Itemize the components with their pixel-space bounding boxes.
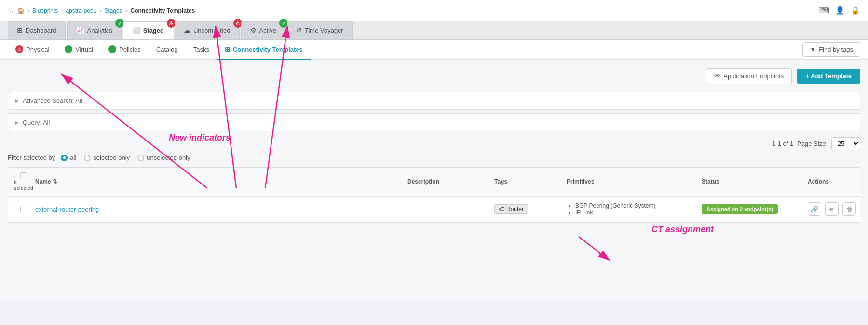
radio-selected-only[interactable]: selected only xyxy=(84,154,130,161)
delete-button[interactable]: 🗑 xyxy=(842,202,856,216)
table-header: 0 selected Name ⇅ Description Tags Primi… xyxy=(8,168,860,197)
th-name: Name ⇅ xyxy=(29,168,402,196)
filter-selected-label: Filter selected by xyxy=(8,154,55,161)
td-name[interactable]: external-router-peering xyxy=(29,197,402,222)
breadcrumb-pod[interactable]: apstra-pod1 xyxy=(66,7,96,14)
radio-all-label: all xyxy=(70,154,76,161)
tab-dashboard-label: Dashboard xyxy=(26,27,56,34)
radio-unselected-only[interactable]: unselected only xyxy=(137,154,190,161)
subtab-virtual[interactable]: Virtual xyxy=(57,40,101,60)
th-actions-label: Actions xyxy=(808,178,829,185)
subtab-catalog[interactable]: Catalog xyxy=(149,40,186,60)
page-size-label: Page Size: xyxy=(797,140,827,147)
virtual-badge xyxy=(65,45,72,53)
tab-active[interactable]: ⚙ Active ✓ xyxy=(241,21,285,39)
radio-all-circle xyxy=(61,155,68,161)
breadcrumb-blueprints[interactable]: Blueprints xyxy=(32,7,58,14)
top-bar-right: ⌨ 👤 🔒 xyxy=(818,6,860,15)
add-template-button[interactable]: + Add Template xyxy=(797,69,860,84)
advanced-search-bar[interactable]: ▶ Advanced Search: All xyxy=(8,92,860,110)
ct-assignment-text: CT assignment xyxy=(651,225,714,234)
th-description: Description xyxy=(402,168,488,196)
tab-uncommitted[interactable]: ☁ Uncommitted ⚠ xyxy=(175,21,240,39)
th-name-label: Name ⇅ xyxy=(35,178,57,185)
radio-group: all selected only unselected only xyxy=(61,154,190,161)
tag-router[interactable]: 🏷 Router xyxy=(494,204,528,214)
radio-all[interactable]: all xyxy=(61,154,76,161)
tab-analytics[interactable]: 📈 Analytics ✓ xyxy=(67,21,122,39)
th-status-label: Status xyxy=(702,178,719,185)
breadcrumb-sep4: › xyxy=(125,7,127,14)
table-row: external-router-peering 🏷 Router BGP Pee… xyxy=(8,197,860,222)
subtab-policies-label: Policies xyxy=(119,46,141,53)
eye-icon: 👁 xyxy=(714,72,720,80)
row-checkbox[interactable] xyxy=(14,206,21,212)
query-bar[interactable]: ▶ Query: All xyxy=(8,113,860,131)
advanced-search-arrow: ▶ xyxy=(15,98,19,103)
td-primitives: BGP Peering (Generic System) IP Link xyxy=(561,197,696,222)
ct-assignment-annotation: CT assignment xyxy=(651,225,714,235)
th-select: 0 selected xyxy=(8,168,29,196)
app-endpoints-button[interactable]: 👁 Application Endpoints xyxy=(706,68,792,84)
radio-unselected-circle xyxy=(137,155,144,161)
query-label: Query: All xyxy=(23,119,50,126)
radio-selected-circle xyxy=(84,155,91,161)
star-icon[interactable]: ☆ xyxy=(8,6,14,15)
time-voyager-icon: ↺ xyxy=(296,27,302,34)
uncommitted-badge: ⚠ xyxy=(233,19,242,28)
subtab-policies[interactable]: Policies xyxy=(101,40,149,60)
edit-button[interactable]: ✏ xyxy=(825,202,839,216)
subtab-virtual-label: Virtual xyxy=(75,46,93,53)
home-icon[interactable]: 🏠 xyxy=(17,7,25,14)
sub-tabs-right: ▼ Find by tags xyxy=(802,42,860,57)
sub-tabs: ⚠ Physical Virtual Policies Catalog Task… xyxy=(0,40,868,60)
toolbar-row: 👁 Application Endpoints + Add Template xyxy=(8,68,860,84)
th-primitives: Primitives xyxy=(561,168,696,196)
tag-icon: 🏷 xyxy=(499,206,504,212)
breadcrumb-staged[interactable]: Staged xyxy=(104,7,122,14)
physical-badge: ⚠ xyxy=(15,45,23,53)
page-size-select[interactable]: 10 25 50 100 xyxy=(831,137,860,150)
action-buttons: 🔗 ✏ 🗑 xyxy=(808,202,856,216)
subtab-physical[interactable]: ⚠ Physical xyxy=(8,40,57,60)
status-badge: Assigned on 2 endpoint(s) xyxy=(702,204,778,214)
primitives-list: BGP Peering (Generic System) IP Link xyxy=(567,202,656,216)
row-name: external-router-peering xyxy=(35,206,99,213)
td-actions: 🔗 ✏ 🗑 xyxy=(802,197,860,222)
table-wrapper: 0 selected Name ⇅ Description Tags Primi… xyxy=(8,167,860,223)
advanced-search-label: Advanced Search: All xyxy=(23,97,82,104)
user-icon[interactable]: 👤 xyxy=(835,6,845,15)
primitive-1: BGP Peering (Generic System) xyxy=(575,202,656,209)
top-bar: ☆ 🏠 › Blueprints › apstra-pod1 › Staged … xyxy=(0,0,868,21)
tab-time-voyager[interactable]: ↺ Time Voyager xyxy=(287,21,353,39)
find-by-tags-button[interactable]: ▼ Find by tags xyxy=(802,42,860,57)
td-select xyxy=(8,197,29,222)
tab-staged[interactable]: ⬜ Staged ⚠ xyxy=(123,21,173,39)
filter-row: Filter selected by all selected only uns… xyxy=(8,154,860,161)
th-desc-label: Description xyxy=(407,178,439,185)
tab-dashboard[interactable]: ⊞ Dashboard xyxy=(8,21,66,39)
select-all-checkbox[interactable] xyxy=(20,172,27,179)
link-button[interactable]: 🔗 xyxy=(808,202,821,216)
add-template-label: + Add Template xyxy=(805,72,852,80)
terminal-icon[interactable]: ⌨ xyxy=(818,6,829,15)
tab-staged-label: Staged xyxy=(143,27,164,34)
lock-icon[interactable]: 🔒 xyxy=(851,6,860,15)
breadcrumb-sep: › xyxy=(27,7,29,14)
query-arrow: ▶ xyxy=(15,120,19,125)
tab-uncommitted-label: Uncommitted xyxy=(193,27,231,34)
radio-selected-label: selected only xyxy=(93,154,130,161)
td-description xyxy=(402,197,488,222)
policies-badge xyxy=(108,45,116,53)
th-tags-label: Tags xyxy=(494,178,507,185)
subtab-tasks[interactable]: Tasks xyxy=(186,40,217,60)
subtab-physical-label: Physical xyxy=(26,46,49,53)
breadcrumb-sep3: › xyxy=(99,7,101,14)
filter-icon: ▼ xyxy=(810,46,816,53)
tab-analytics-label: Analytics xyxy=(87,27,112,34)
breadcrumb-sep2: › xyxy=(61,7,63,14)
breadcrumb: ☆ 🏠 › Blueprints › apstra-pod1 › Staged … xyxy=(8,6,195,15)
subtab-connectivity-templates[interactable]: ⊞ Connectivity Templates xyxy=(217,40,311,60)
main-tabs: ⊞ Dashboard 📈 Analytics ✓ ⬜ Staged ⚠ ☁ U… xyxy=(0,21,868,40)
content-area: 👁 Application Endpoints + Add Template ▶… xyxy=(0,60,868,302)
